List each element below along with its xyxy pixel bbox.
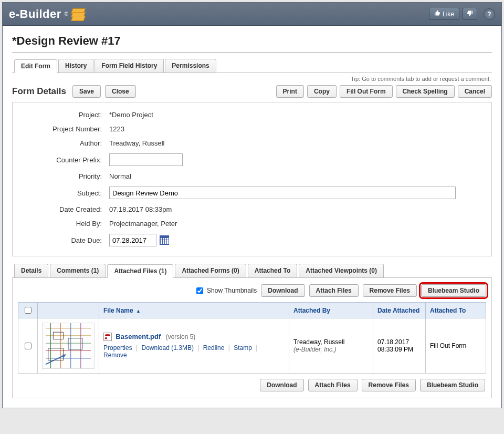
date-due-label: Date Due:: [18, 236, 102, 244]
row-thumb-cell: [38, 318, 99, 374]
remove-files-button-top[interactable]: Remove Files: [363, 284, 417, 297]
row-select-cell: [18, 318, 38, 374]
copy-button[interactable]: Copy: [307, 85, 337, 98]
form-details-bar: Form Details Save Close Print Copy Fill …: [12, 83, 492, 102]
held-by-label: Held By:: [18, 220, 102, 228]
show-thumbnails-label-wrap[interactable]: Show Thumbnails: [194, 286, 257, 296]
remove-files-button-bottom[interactable]: Remove Files: [362, 379, 416, 391]
held-by-value: Projectmanager, Peter: [109, 220, 177, 228]
row-attached-to-cell: Fill Out Form: [426, 318, 486, 374]
attached-files-panel: Show Thumbnails Download Attach Files Re…: [12, 278, 492, 398]
topbar-right: Like ?: [429, 8, 495, 20]
project-number-value: 1223: [109, 125, 124, 133]
close-button[interactable]: Close: [105, 85, 136, 98]
show-thumbnails-label: Show Thumbnails: [207, 287, 257, 294]
counter-prefix-label: Counter Prefix:: [18, 156, 102, 164]
bluebeam-studio-button-bottom[interactable]: Bluebeam Studio: [420, 379, 485, 391]
help-icon: ?: [487, 11, 491, 18]
date-created-value: 07.18.2017 08:33pm: [109, 205, 172, 213]
brand-registered: ®: [65, 11, 69, 17]
attached-to-value: Fill Out Form: [430, 342, 466, 349]
col-header-filename[interactable]: File Name ▲: [99, 303, 289, 318]
main-tabs: Edit Form History Form Field History Per…: [12, 59, 492, 73]
col-header-thumb: [38, 303, 99, 318]
file-thumbnail[interactable]: [42, 323, 94, 369]
check-spelling-button[interactable]: Check Spelling: [396, 85, 455, 98]
download-button-bottom[interactable]: Download: [260, 379, 303, 391]
cancel-button[interactable]: Cancel: [458, 85, 492, 98]
file-redline-link[interactable]: Redline: [203, 344, 225, 352]
table-header-row: File Name ▲ Attached By Date Attached At…: [18, 303, 486, 318]
topbar: e-Builder® Like ?: [3, 3, 501, 26]
help-button[interactable]: ?: [484, 8, 495, 20]
page-title: *Design Review #17: [12, 32, 492, 53]
author-value: Treadway, Russell: [109, 139, 164, 147]
tab-form-field-history[interactable]: Form Field History: [94, 59, 164, 73]
row-filename-cell: Basement.pdf (version 5) Properties | Do…: [99, 318, 289, 374]
col-header-attached-by[interactable]: Attached By: [289, 303, 373, 318]
tab-edit-form[interactable]: Edit Form: [14, 59, 57, 73]
pdf-icon: [103, 333, 112, 341]
subject-label: Subject:: [18, 189, 102, 197]
attached-date: 07.18.2017: [377, 338, 421, 346]
project-number-label: Project Number:: [18, 125, 102, 133]
print-button[interactable]: Print: [276, 85, 304, 98]
calendar-icon[interactable]: [160, 235, 169, 245]
app-window: e-Builder® Like ? *Design Review #1: [2, 2, 502, 408]
attach-files-button-top[interactable]: Attach Files: [309, 284, 359, 297]
download-button-top[interactable]: Download: [261, 284, 304, 297]
dislike-button[interactable]: [463, 8, 477, 20]
project-value: *Demo Project: [109, 111, 153, 119]
file-remove-link[interactable]: Remove: [103, 352, 127, 359]
file-properties-link[interactable]: Properties: [103, 344, 132, 352]
col-header-date-attached[interactable]: Date Attached: [373, 303, 426, 318]
brand-text: e-Builder: [9, 7, 61, 21]
date-due-input[interactable]: [109, 234, 156, 246]
attached-by-org: (e-Builder, Inc.): [293, 346, 369, 353]
file-stamp-link[interactable]: Stamp: [234, 344, 252, 352]
like-button[interactable]: Like: [429, 8, 459, 20]
table-row: Basement.pdf (version 5) Properties | Do…: [18, 318, 486, 374]
fill-out-form-button[interactable]: Fill Out Form: [340, 85, 393, 98]
priority-label: Priority:: [18, 172, 102, 180]
date-due-wrap: [109, 234, 169, 246]
form-details-box: Project: *Demo Project Project Number: 1…: [12, 102, 492, 256]
subtab-attached-forms[interactable]: Attached Forms (0): [175, 264, 246, 277]
brand-logo: e-Builder®: [9, 7, 87, 21]
form-details-actions: Print Copy Fill Out Form Check Spelling …: [276, 85, 492, 98]
tab-history[interactable]: History: [58, 59, 93, 73]
subject-input[interactable]: [109, 187, 456, 199]
form-details-title: Form Details: [12, 86, 66, 97]
date-created-label: Date Created:: [18, 205, 102, 213]
project-label: Project:: [18, 111, 102, 119]
subtab-attached-viewpoints[interactable]: Attached Viewpoints (0): [299, 264, 384, 277]
file-download-link[interactable]: Download (1.3MB): [142, 344, 194, 352]
content-area: *Design Review #17 Edit Form History For…: [3, 26, 501, 408]
file-name-link[interactable]: Basement.pdf: [116, 333, 161, 340]
sub-tabs: Details Comments (1) Attached Files (1) …: [12, 264, 492, 278]
col-header-select: [18, 303, 38, 318]
like-label: Like: [443, 11, 454, 18]
author-label: Author:: [18, 139, 102, 147]
file-actions: Properties | Download (1.3MB) | Redline …: [103, 344, 285, 359]
row-select-checkbox[interactable]: [25, 343, 32, 349]
subtab-attached-to[interactable]: Attached To: [248, 264, 297, 277]
subtab-details[interactable]: Details: [14, 264, 48, 277]
subtab-comments[interactable]: Comments (1): [50, 264, 106, 277]
save-button[interactable]: Save: [72, 85, 101, 98]
select-all-checkbox[interactable]: [25, 307, 32, 314]
bluebeam-studio-button-top[interactable]: Bluebeam Studio: [421, 284, 486, 297]
row-attached-by-cell: Treadway, Russell (e-Builder, Inc.): [289, 318, 373, 374]
show-thumbnails-checkbox[interactable]: [196, 287, 203, 294]
file-version: (version 5): [166, 333, 196, 340]
counter-prefix-input[interactable]: [109, 153, 183, 166]
file-toolbar-bottom: Download Attach Files Remove Files Blueb…: [18, 374, 486, 391]
file-toolbar-top: Show Thumbnails Download Attach Files Re…: [18, 284, 486, 302]
attach-files-button-bottom[interactable]: Attach Files: [308, 379, 358, 391]
attached-time: 08:33:09 PM: [377, 346, 421, 353]
tab-permissions[interactable]: Permissions: [165, 59, 216, 73]
thumbs-down-icon: [467, 10, 473, 18]
subtab-attached-files[interactable]: Attached Files (1): [107, 264, 173, 278]
row-date-cell: 07.18.2017 08:33:09 PM: [373, 318, 426, 374]
col-header-attached-to[interactable]: Attached To: [426, 303, 486, 318]
